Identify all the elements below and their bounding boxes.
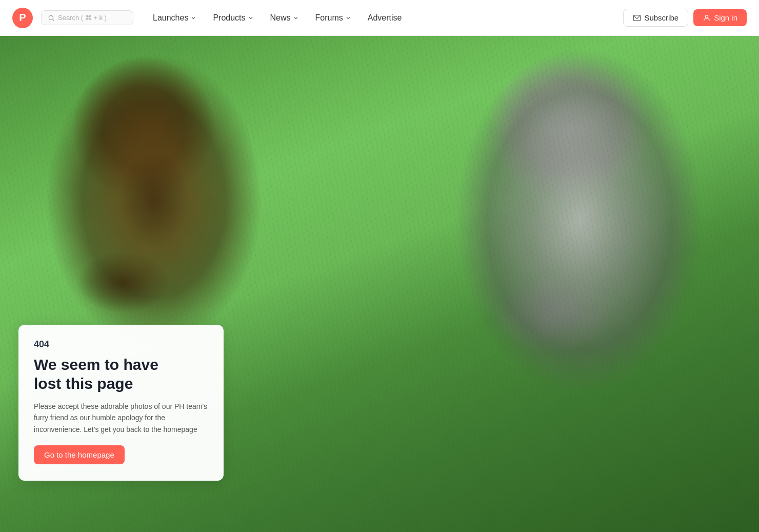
svg-point-0 bbox=[49, 15, 53, 19]
chevron-down-icon bbox=[248, 15, 254, 21]
envelope-icon bbox=[633, 14, 641, 22]
chevron-down-icon bbox=[190, 15, 196, 21]
user-icon bbox=[703, 14, 711, 22]
search-placeholder-text: Search ( ⌘ + k ) bbox=[58, 14, 107, 22]
subscribe-button[interactable]: Subscribe bbox=[623, 9, 688, 27]
chevron-down-icon bbox=[345, 15, 351, 21]
error-title-line2: lost this page bbox=[34, 375, 133, 392]
svg-line-1 bbox=[53, 19, 54, 21]
error-title-line1: We seem to have bbox=[34, 356, 158, 373]
nav-label-launches: Launches bbox=[153, 13, 188, 23]
nav-item-news[interactable]: News bbox=[263, 9, 306, 27]
nav-item-advertise[interactable]: Advertise bbox=[361, 9, 409, 27]
chevron-down-icon bbox=[293, 15, 299, 21]
nav-label-news: News bbox=[270, 13, 291, 23]
search-icon bbox=[48, 14, 55, 22]
search-input[interactable]: Search ( ⌘ + k ) bbox=[41, 10, 133, 25]
error-title: We seem to have lost this page bbox=[34, 355, 208, 393]
signin-button[interactable]: Sign in bbox=[693, 9, 747, 26]
go-to-homepage-button[interactable]: Go to the homepage bbox=[34, 445, 125, 464]
nav-item-products[interactable]: Products bbox=[206, 9, 261, 27]
nav-links: Launches Products News Forums Advertise bbox=[146, 9, 619, 27]
nav-label-advertise: Advertise bbox=[368, 13, 402, 23]
navbar: P Search ( ⌘ + k ) Launches Products New… bbox=[0, 0, 759, 36]
nav-item-forums[interactable]: Forums bbox=[308, 9, 358, 27]
error-description: Please accept these adorable photos of o… bbox=[34, 401, 208, 435]
nav-item-launches[interactable]: Launches bbox=[146, 9, 204, 27]
error-code: 404 bbox=[34, 339, 208, 350]
nav-label-products: Products bbox=[213, 13, 245, 23]
logo-icon[interactable]: P bbox=[12, 8, 33, 28]
signin-label: Sign in bbox=[714, 13, 737, 22]
background-image: 404 We seem to have lost this page Pleas… bbox=[0, 36, 759, 532]
nav-right: Subscribe Sign in bbox=[623, 9, 747, 27]
error-card: 404 We seem to have lost this page Pleas… bbox=[18, 325, 224, 481]
subscribe-label: Subscribe bbox=[644, 13, 678, 22]
nav-label-forums: Forums bbox=[315, 13, 343, 23]
svg-point-3 bbox=[705, 15, 708, 17]
